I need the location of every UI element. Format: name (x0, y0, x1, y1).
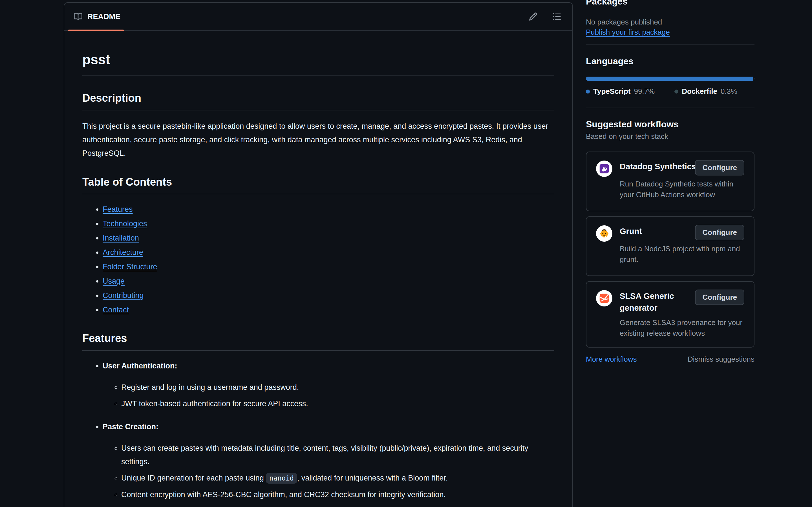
configure-button[interactable]: Configure (695, 225, 744, 240)
publish-package-link[interactable]: Publish your first package (586, 27, 670, 37)
toc-link-technologies[interactable]: Technologies (103, 219, 147, 228)
suggested-workflows-heading: Suggested workflows (586, 118, 755, 130)
feature-sublist: Users can create pastes with metadata in… (103, 441, 554, 501)
packages-heading: Packages (586, 0, 755, 7)
language-name: Dockerfile (682, 87, 717, 96)
more-workflows-link[interactable]: More workflows (586, 355, 637, 363)
readme-card: README psst Description This project is … (64, 2, 573, 507)
list-item: Contact (103, 303, 554, 316)
language-item-dockerfile[interactable]: Dockerfile 0.3% (674, 87, 737, 96)
workflow-description: Generate SLSA3 provenance for your exist… (620, 317, 744, 339)
language-percent: 0.3% (721, 87, 737, 96)
workflow-description: Run Datadog Synthetic tests within your … (620, 179, 744, 200)
tab-readme[interactable]: README (64, 3, 128, 31)
divider (586, 108, 755, 108)
language-item-typescript[interactable]: TypeScript 99.7% (586, 87, 655, 96)
language-bar-dockerfile[interactable] (754, 76, 755, 81)
features-heading: Features (82, 332, 554, 351)
repo-page: README psst Description This project is … (0, 0, 812, 507)
configure-button[interactable]: Configure (695, 160, 744, 175)
datadog-icon (596, 161, 612, 177)
toc-link-architecture[interactable]: Architecture (103, 248, 143, 257)
feature-sublist: Register and log in using a username and… (103, 381, 554, 410)
readme-actions (525, 8, 565, 25)
language-name: TypeScript (593, 87, 630, 96)
readme-title: psst (82, 51, 554, 76)
list-item: Folder Structure (103, 260, 554, 273)
description-paragraph: This project is a secure pastebin-like a… (82, 119, 554, 160)
toc-list: Features Technologies Installation Archi… (82, 203, 554, 316)
description-heading: Description (82, 91, 554, 110)
language-bar[interactable] (586, 76, 755, 81)
list-item: Technologies (103, 217, 554, 230)
workflow-title: SLSA Generic generator (620, 290, 707, 314)
list-item: Paste Creation: Users can create pastes … (103, 420, 554, 501)
readme-content: psst Description This project is a secur… (64, 31, 572, 501)
language-percent: 99.7% (634, 87, 655, 96)
packages-empty-text: No packages published (586, 17, 755, 27)
repo-sidebar: Packages No packages published Publish y… (586, 0, 755, 363)
language-bar-typescript[interactable] (586, 76, 753, 81)
workflow-card-datadog: Datadog Synthetics Run Datadog Synthetic… (586, 152, 755, 211)
slsa-icon (596, 290, 612, 306)
divider (586, 45, 755, 45)
book-icon (74, 12, 82, 21)
active-tab-underline (68, 30, 124, 31)
inline-code-nanoid: nanoid (266, 473, 297, 484)
list-item: Features (103, 203, 554, 216)
readme-tab-label: README (87, 12, 120, 21)
list-item: Register and log in using a username and… (121, 381, 554, 394)
configure-button[interactable]: Configure (695, 290, 744, 305)
language-legend: TypeScript 99.7% Dockerfile 0.3% (586, 87, 755, 96)
outline-toggle-button[interactable] (549, 8, 565, 25)
list-item: JWT token-based authentication for secur… (121, 397, 554, 410)
list-item: User Authentication: Register and log in… (103, 359, 554, 410)
feature-title: User Authentication: (103, 362, 177, 370)
list-item: Installation (103, 231, 554, 244)
list-item: Users can create pastes with metadata in… (121, 441, 554, 468)
workflow-card-slsa: SLSA Generic generator Generate SLSA3 pr… (586, 281, 755, 348)
workflow-title: Grunt (620, 225, 707, 237)
list-item: Content encryption with AES-256-CBC algo… (121, 488, 554, 501)
text-fragment: , validated for uniqueness with a Bloom … (297, 474, 448, 482)
toc-link-contributing[interactable]: Contributing (103, 291, 144, 300)
workflows-footer: More workflows Dismiss suggestions (586, 355, 755, 363)
toc-link-installation[interactable]: Installation (103, 234, 139, 242)
feature-title: Paste Creation: (103, 422, 158, 431)
toc-link-contact[interactable]: Contact (103, 305, 129, 314)
toc-link-usage[interactable]: Usage (103, 277, 124, 285)
dockerfile-dot-icon (674, 90, 678, 94)
list-item: Architecture (103, 246, 554, 259)
list-item: Contributing (103, 289, 554, 302)
languages-heading: Languages (586, 55, 755, 67)
toc-heading: Table of Contents (82, 175, 554, 194)
list-unordered-icon (552, 12, 561, 21)
edit-readme-button[interactable] (525, 8, 541, 25)
readme-tab-bar: README (64, 3, 572, 31)
workflow-description: Build a NodeJS project with npm and grun… (620, 243, 744, 265)
list-item: Usage (103, 275, 554, 288)
pencil-icon (529, 12, 538, 21)
workflows-subheading: Based on your tech stack (586, 131, 755, 142)
text-fragment: Unique ID generation for each paste usin… (121, 474, 266, 482)
workflow-card-grunt: Grunt Build a NodeJS project with npm an… (586, 216, 755, 276)
dismiss-suggestions-button[interactable]: Dismiss suggestions (688, 355, 755, 363)
toc-link-features[interactable]: Features (103, 205, 133, 214)
list-item: Unique ID generation for each paste usin… (121, 471, 554, 485)
workflow-title: Datadog Synthetics (620, 161, 707, 172)
grunt-icon (596, 225, 612, 242)
toc-link-folder-structure[interactable]: Folder Structure (103, 263, 157, 271)
typescript-dot-icon (586, 90, 590, 94)
features-list: User Authentication: Register and log in… (82, 359, 554, 501)
